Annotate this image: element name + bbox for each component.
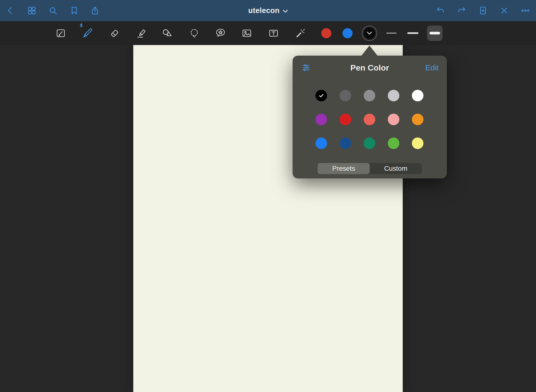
- tab-presets[interactable]: Presets: [318, 163, 370, 174]
- color-swatch-blue[interactable]: [315, 137, 327, 149]
- color-swatch-gray-light[interactable]: [388, 90, 399, 101]
- pen-color-red[interactable]: [319, 26, 334, 41]
- color-swatch-green[interactable]: [388, 137, 399, 149]
- color-swatch-gray-dark[interactable]: [340, 90, 351, 101]
- close-icon[interactable]: [499, 5, 509, 16]
- pen-settings-icon[interactable]: [301, 62, 311, 73]
- pen-color-blue[interactable]: [340, 26, 355, 41]
- text-tool-icon[interactable]: [266, 26, 281, 41]
- laser-pointer-tool-icon[interactable]: [293, 26, 308, 41]
- stroke-width-medium[interactable]: [405, 26, 421, 41]
- tab-custom[interactable]: Custom: [370, 163, 422, 174]
- pen-color-popover: Pen Color Edit Presets Custom: [293, 56, 447, 178]
- top-navigation-bar: utelecon: [0, 0, 536, 21]
- popover-header: Pen Color Edit: [293, 56, 447, 80]
- image-tool-icon[interactable]: [239, 26, 255, 41]
- color-swatch-black[interactable]: [315, 90, 327, 101]
- edit-button[interactable]: Edit: [425, 63, 439, 72]
- chevron-down-icon: [283, 10, 288, 13]
- popover-title: Pen Color: [350, 63, 389, 72]
- color-swatch-orange[interactable]: [412, 114, 423, 125]
- view-mode-icon[interactable]: [53, 26, 68, 41]
- redo-icon[interactable]: [456, 5, 467, 16]
- color-swatch-navy[interactable]: [340, 137, 351, 149]
- chevron-down-icon: [367, 32, 372, 35]
- pen-tool-icon[interactable]: [80, 26, 95, 41]
- add-page-icon[interactable]: [478, 5, 488, 16]
- checkmark-icon: [318, 92, 324, 99]
- pen-color-grid: [315, 90, 423, 149]
- lasso-tool-icon[interactable]: [187, 26, 202, 41]
- highlighter-tool-icon[interactable]: [134, 26, 149, 41]
- color-swatch-coral[interactable]: [364, 114, 375, 125]
- bluetooth-icon: [79, 23, 83, 28]
- color-swatch-green-dark[interactable]: [364, 137, 375, 149]
- document-title-menu[interactable]: utelecon: [248, 6, 288, 15]
- drawing-toolbar: [0, 21, 536, 45]
- undo-icon[interactable]: [435, 5, 446, 16]
- stroke-width-thick[interactable]: [427, 26, 442, 41]
- popover-arrow: [361, 46, 378, 56]
- bookmark-icon[interactable]: [69, 5, 80, 16]
- stroke-width-thin[interactable]: [384, 26, 399, 41]
- app-screen: utelecon: [0, 0, 536, 392]
- color-swatch-red[interactable]: [340, 114, 351, 125]
- more-icon[interactable]: [520, 5, 531, 16]
- color-swatch-yellow[interactable]: [412, 137, 423, 149]
- eraser-tool-icon[interactable]: [107, 26, 122, 41]
- color-swatch-pink[interactable]: [388, 114, 399, 125]
- search-icon[interactable]: [48, 5, 58, 16]
- color-swatch-purple[interactable]: [315, 114, 327, 125]
- share-icon[interactable]: [90, 5, 100, 16]
- color-swatch-gray[interactable]: [364, 90, 375, 101]
- back-icon[interactable]: [5, 5, 16, 16]
- pen-color-current[interactable]: [362, 26, 377, 41]
- elements-tool-icon[interactable]: [213, 26, 228, 41]
- page-thumbnails-icon[interactable]: [27, 5, 37, 16]
- document-title: utelecon: [248, 6, 280, 15]
- color-swatch-white[interactable]: [412, 90, 423, 101]
- preset-custom-segmented-control: Presets Custom: [318, 163, 422, 174]
- shapes-tool-icon[interactable]: [160, 26, 175, 41]
